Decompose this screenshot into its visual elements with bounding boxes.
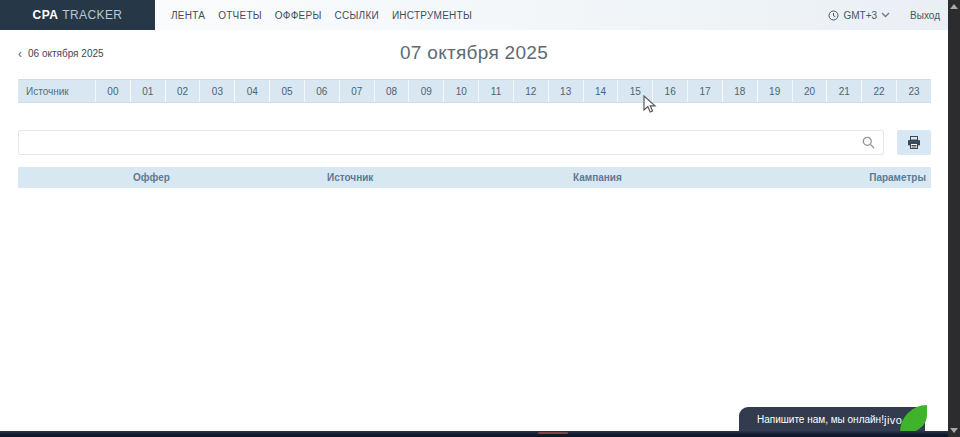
table-header-row: Оффер Источник Кампания Параметры <box>18 167 931 188</box>
page-title: 07 октября 2025 <box>0 42 948 64</box>
hour-cell: 21 <box>826 80 861 102</box>
hour-cell: 04 <box>234 80 269 102</box>
table-header-source: Источник <box>327 172 573 183</box>
hour-cell: 13 <box>548 80 583 102</box>
table-header-campaign: Кампания <box>573 172 869 183</box>
hour-cell: 20 <box>792 80 827 102</box>
hour-cell: 11 <box>478 80 513 102</box>
hour-cell: 23 <box>896 80 931 102</box>
hour-cell: 22 <box>861 80 896 102</box>
app-window: CPA TRACKER ЛЕНТА ОТЧЕТЫ ОФФЕРЫ ССЫЛКИ И… <box>0 0 960 437</box>
top-bar: CPA TRACKER ЛЕНТА ОТЧЕТЫ ОФФЕРЫ ССЫЛКИ И… <box>0 0 948 30</box>
chevron-down-icon <box>881 12 890 18</box>
print-button[interactable] <box>897 130 931 155</box>
hour-cell: 15 <box>617 80 652 102</box>
hour-cells: 0001020304050607080910111213141516171819… <box>95 80 931 102</box>
hour-cell: 09 <box>408 80 443 102</box>
hour-cell: 03 <box>199 80 234 102</box>
timezone-label: GMT+3 <box>843 10 877 21</box>
hour-cell: 05 <box>269 80 304 102</box>
search-input[interactable] <box>19 131 883 154</box>
search-icon[interactable] <box>862 136 875 149</box>
hour-cell: 00 <box>95 80 130 102</box>
timezone-selector[interactable]: GMT+3 <box>828 10 890 21</box>
hour-cell: 02 <box>165 80 200 102</box>
nav-item-ssylki[interactable]: ССЫЛКИ <box>335 10 379 21</box>
chat-widget[interactable]: Напишите нам, мы онлайн! jivo <box>739 407 925 432</box>
logo[interactable]: CPA TRACKER <box>0 0 155 30</box>
nav-item-lenta[interactable]: ЛЕНТА <box>171 10 205 21</box>
hour-cell: 14 <box>583 80 618 102</box>
main-nav: ЛЕНТА ОТЧЕТЫ ОФФЕРЫ ССЫЛКИ ИНСТРУМЕНТЫ <box>171 0 472 30</box>
nav-item-otchety[interactable]: ОТЧЕТЫ <box>218 10 262 21</box>
hour-bar: Источник 0001020304050607080910111213141… <box>18 79 931 103</box>
leaf-icon <box>900 405 927 432</box>
hour-cell: 07 <box>339 80 374 102</box>
table-header-params: Параметры <box>869 172 931 183</box>
hour-cell: 19 <box>757 80 792 102</box>
hour-cell: 06 <box>304 80 339 102</box>
scrollbar-down-icon[interactable] <box>950 428 958 433</box>
table-header-offer: Оффер <box>133 172 327 183</box>
hour-cell: 10 <box>443 80 478 102</box>
bottom-bar <box>0 431 948 437</box>
scrollbar-up-icon[interactable] <box>950 4 958 9</box>
hour-cell: 16 <box>652 80 687 102</box>
logo-bold: CPA <box>33 8 59 22</box>
nav-item-instrumenty[interactable]: ИНСТРУМЕНТЫ <box>392 10 472 21</box>
source-column-label: Источник <box>18 80 95 102</box>
chat-brand-label: jivo <box>884 414 903 426</box>
hour-cell: 17 <box>687 80 722 102</box>
search-box <box>18 130 884 155</box>
vertical-scrollbar[interactable] <box>948 0 960 437</box>
hour-cell: 01 <box>130 80 165 102</box>
clock-icon <box>828 10 839 21</box>
logout-link[interactable]: Выход <box>910 10 940 21</box>
bottom-bar-accent <box>538 432 568 434</box>
printer-icon <box>907 136 921 149</box>
hour-cell: 12 <box>513 80 548 102</box>
hour-cell: 08 <box>374 80 409 102</box>
hour-cell: 18 <box>722 80 757 102</box>
logo-rest: TRACKER <box>62 8 122 22</box>
top-right: GMT+3 Выход <box>828 0 948 30</box>
nav-item-offery[interactable]: ОФФЕРЫ <box>275 10 322 21</box>
chat-message: Напишите нам, мы онлайн! <box>757 414 884 425</box>
